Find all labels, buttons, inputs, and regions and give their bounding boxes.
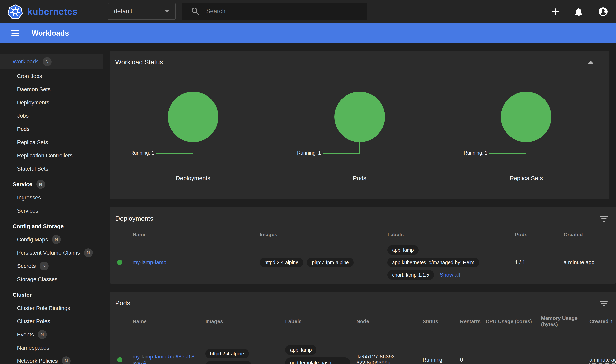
workload-status-title: Workload Status [110, 51, 609, 66]
pod-labels-cell: app: lamp pod-template-hash: 5fd985cf68 [285, 345, 356, 364]
sort-ascending-icon: ↑ [585, 232, 588, 237]
label-chip: app.kubernetes.io/managed-by: Helm [387, 258, 479, 267]
filter-icon[interactable] [600, 301, 608, 306]
sidebar-item-pods[interactable]: Pods [0, 122, 103, 136]
label-chip: app: lamp [387, 245, 419, 255]
workload-status-card: Workload Status Running: 1 Deployments [110, 51, 609, 199]
search-input[interactable] [206, 8, 356, 15]
sidebar-item-jobs[interactable]: Jobs [0, 109, 103, 122]
column-header-created[interactable]: Created↑ [564, 232, 616, 238]
deployments-table-header: Name Images Labels Pods Created↑ [110, 226, 616, 243]
sidebar-item-cluster-roles[interactable]: Cluster Roles [0, 315, 103, 328]
namespace-select[interactable]: default [108, 3, 176, 20]
namespaced-badge: N [40, 261, 49, 271]
deployments-card: Deployments Name Images Labels Pods Crea… [110, 207, 616, 284]
sidebar-item-daemon-sets[interactable]: Daemon Sets [0, 83, 103, 96]
sort-ascending-icon: ↑ [610, 318, 613, 324]
column-header-labels[interactable]: Labels [285, 318, 356, 325]
label-chip: chart: lamp-1.1.5 [387, 270, 434, 280]
sidebar-section-service[interactable]: Service N [0, 178, 103, 191]
filter-icon[interactable] [600, 216, 608, 222]
column-header-node[interactable]: Node [356, 318, 422, 325]
status-cell [115, 260, 133, 265]
pods-card: Pods Name Images Labels Node Status Rest… [110, 292, 616, 364]
sidebar-item-namespaces[interactable]: Namespaces [0, 341, 103, 354]
deployment-pods-cell: 1 / 1 [515, 259, 564, 265]
namespaced-badge: N [84, 248, 93, 257]
pie-callout-label: Running: 1 [297, 150, 321, 156]
pie-leader-line [193, 142, 193, 154]
relative-timestamp: a minute ago [564, 259, 594, 266]
column-header-pods[interactable]: Pods [515, 232, 564, 238]
sidebar-item-deployments[interactable]: Deployments [0, 96, 103, 109]
deployment-name-cell: my-lamp-lamp [133, 259, 260, 265]
pie-chart-title: Pods [353, 175, 366, 182]
sidebar-item-storage-classes[interactable]: Storage Classes [0, 273, 103, 286]
sidebar-section-cluster[interactable]: Cluster [0, 288, 103, 301]
deployment-link[interactable]: my-lamp-lamp [133, 259, 166, 265]
search-icon [191, 7, 200, 16]
pie-leader-line [323, 153, 360, 154]
column-header-restarts[interactable]: Restarts [460, 318, 486, 325]
pie-callout-label: Running: 1 [131, 150, 154, 156]
notifications-bell-icon[interactable] [574, 7, 584, 17]
pie-slice-running [168, 91, 218, 142]
show-all-labels-link[interactable]: Show all [440, 272, 460, 278]
pie-leader-line [489, 153, 526, 154]
pod-memory-cell: - [541, 357, 589, 363]
status-ok-icon [117, 357, 122, 363]
namespaced-badge: N [52, 235, 61, 244]
chevron-down-icon [165, 10, 170, 13]
kubernetes-dashboard: { "colors": { "app_bar_blue": "#4679e4",… [0, 0, 616, 364]
menu-icon[interactable] [12, 30, 19, 36]
column-header-cpu-usage[interactable]: CPU Usage (cores) [486, 318, 541, 325]
pod-images-cell: httpd:2.4-alpine php:7-fpm-alpine [205, 349, 285, 364]
deployment-created-cell: a minute ago [564, 259, 616, 265]
pods-pie-chart: Running: 1 Pods [276, 91, 443, 182]
column-header-status[interactable]: Status [422, 318, 460, 325]
sidebar-item-services[interactable]: Services [0, 204, 103, 217]
column-header-memory-usage[interactable]: Memory Usage (bytes) [541, 315, 589, 327]
sidebar-item-replica-sets[interactable]: Replica Sets [0, 136, 103, 149]
sidebar-item-stateful-sets[interactable]: Stateful Sets [0, 162, 103, 175]
deployments-pie-chart: Running: 1 Deployments [110, 91, 276, 182]
status-ok-icon [117, 260, 122, 265]
sidebar-item-persistent-volume-claims[interactable]: Persistent Volume Claims N [0, 246, 103, 259]
sidebar-item-replication-controllers[interactable]: Replication Controllers [0, 149, 103, 162]
sidebar-item-network-policies[interactable]: Network Policies N [0, 354, 103, 364]
kubernetes-logo[interactable]: kubernetes [0, 4, 78, 19]
nav-bar: Workloads [0, 23, 616, 43]
namespaced-badge: N [62, 356, 71, 364]
pie-leader-line [156, 153, 193, 154]
pie-leader-line [359, 142, 360, 154]
collapse-card-icon[interactable] [587, 61, 594, 64]
sidebar-item-secrets[interactable]: Secrets N [0, 259, 103, 273]
column-header-created[interactable]: Created↑ [589, 318, 616, 325]
sidebar-item-events[interactable]: Events N [0, 328, 103, 341]
main-content: Workload Status Running: 1 Deployments [103, 43, 616, 364]
pod-row: my-lamp-lamp-5fd985cf68-jwvz4 httpd:2.4-… [110, 332, 616, 364]
pod-name-cell: my-lamp-lamp-5fd985cf68-jwvz4 [133, 354, 205, 364]
sidebar-item-ingresses[interactable]: Ingresses [0, 191, 103, 204]
pod-status-cell: Running [422, 357, 460, 363]
column-header-name[interactable]: Name [133, 318, 205, 325]
sidebar-item-workloads[interactable]: Workloads N [0, 54, 103, 69]
pie-callout-label: Running: 1 [464, 150, 487, 156]
column-header-images[interactable]: Images [205, 318, 285, 325]
sidebar-item-cron-jobs[interactable]: Cron Jobs [0, 69, 103, 83]
pods-table-header: Name Images Labels Node Status Restarts … [110, 311, 616, 332]
column-header-labels[interactable]: Labels [387, 232, 515, 238]
pie-leader-line [526, 142, 526, 154]
create-resource-button[interactable]: + [552, 5, 559, 18]
deployment-labels-cell: app: lamp app.kubernetes.io/managed-by: … [387, 245, 515, 280]
pod-link[interactable]: my-lamp-lamp-5fd985cf68-jwvz4 [133, 354, 197, 364]
column-header-images[interactable]: Images [260, 232, 387, 238]
deployment-images-cell: httpd:2.4-alpine php:7-fpm-alpine [260, 258, 387, 267]
column-header-name[interactable]: Name [133, 232, 260, 238]
sidebar-item-config-maps[interactable]: Config Maps N [0, 233, 103, 246]
pods-title: Pods [110, 292, 616, 307]
pie-slice-running [501, 91, 551, 142]
account-circle-icon[interactable] [598, 7, 608, 17]
sidebar-item-cluster-role-bindings[interactable]: Cluster Role Bindings [0, 301, 103, 315]
sidebar-section-config-and-storage[interactable]: Config and Storage [0, 220, 103, 233]
